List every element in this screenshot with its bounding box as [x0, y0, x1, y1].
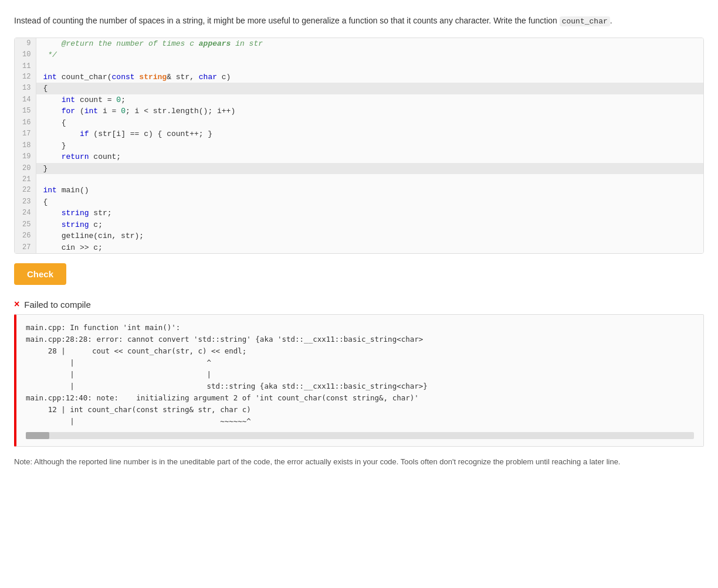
line-number: 10	[15, 49, 36, 61]
table-row: 24 string str;	[15, 208, 703, 219]
intro-paragraph: Instead of counting the number of spaces…	[14, 14, 704, 28]
code-editor[interactable]: 9 @return the number of times c appears …	[14, 38, 704, 254]
line-number: 24	[15, 208, 36, 219]
table-row: 19 return count;	[15, 151, 703, 163]
intro-text-after: .	[610, 16, 612, 25]
horizontal-scrollbar[interactable]	[26, 432, 694, 439]
error-title-row: × Failed to compile	[14, 299, 704, 310]
line-number: 9	[15, 38, 36, 50]
line-number: 23	[15, 196, 36, 208]
count-char-ref: count_char	[560, 16, 610, 26]
intro-text-before: Instead of counting the number of spaces…	[14, 16, 560, 25]
error-title-text: Failed to compile	[24, 300, 90, 310]
check-button[interactable]: Check	[14, 263, 66, 285]
scrollbar-thumb[interactable]	[26, 432, 49, 439]
table-row: 27 cin >> c;	[15, 242, 703, 254]
line-number: 16	[15, 117, 36, 129]
line-number: 22	[15, 185, 36, 196]
table-row: 22int main()	[15, 185, 703, 196]
table-row: 14 int count = 0;	[15, 94, 703, 106]
line-number: 15	[15, 106, 36, 117]
table-row: 25 string c;	[15, 219, 703, 231]
line-number: 27	[15, 242, 36, 254]
error-icon: ×	[14, 299, 19, 310]
line-number: 14	[15, 94, 36, 106]
table-row: 21	[15, 174, 703, 185]
table-row: 23{	[15, 196, 703, 208]
table-row: 12int count_char(const string& str, char…	[15, 72, 703, 83]
table-row: 10 */	[15, 49, 703, 61]
line-number: 18	[15, 140, 36, 152]
line-number: 19	[15, 151, 36, 163]
line-number: 26	[15, 230, 36, 242]
table-row: 20}	[15, 163, 703, 175]
error-output-container[interactable]: main.cpp: In function 'int main()': main…	[14, 314, 704, 447]
table-row: 16 {	[15, 117, 703, 129]
table-row: 26 getline(cin, str);	[15, 230, 703, 242]
line-number: 20	[15, 163, 36, 175]
error-section: × Failed to compile main.cpp: In functio…	[14, 299, 704, 447]
code-table: 9 @return the number of times c appears …	[15, 38, 703, 254]
line-number: 13	[15, 83, 36, 94]
note-text: Note: Although the reported line number …	[14, 456, 704, 468]
line-number: 12	[15, 72, 36, 83]
table-row: 13{	[15, 83, 703, 94]
line-number: 11	[15, 61, 36, 72]
table-row: 17 if (str[i] == c) { count++; }	[15, 128, 703, 140]
error-output-pre: main.cpp: In function 'int main()': main…	[26, 322, 694, 427]
table-row: 9 @return the number of times c appears …	[15, 38, 703, 50]
table-row: 11	[15, 61, 703, 72]
line-number: 25	[15, 219, 36, 231]
line-number: 17	[15, 128, 36, 140]
table-row: 15 for (int i = 0; i < str.length(); i++…	[15, 106, 703, 117]
table-row: 18 }	[15, 140, 703, 152]
line-number: 21	[15, 174, 36, 185]
